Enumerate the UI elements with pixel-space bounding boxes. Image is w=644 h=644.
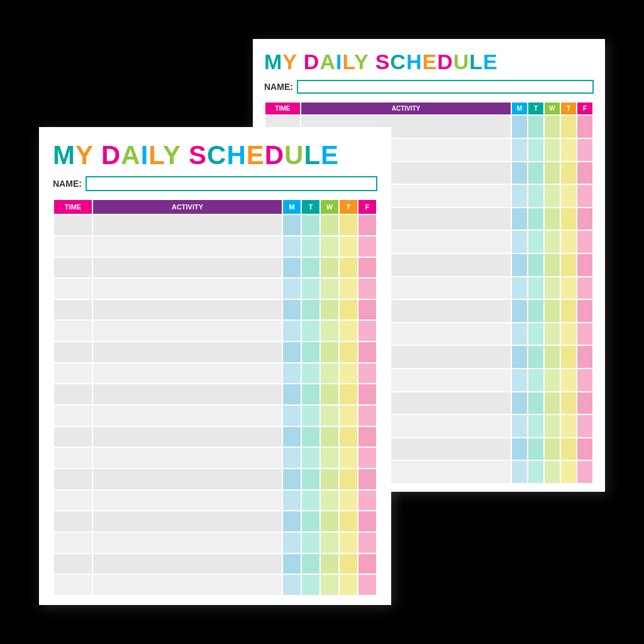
cell-w[interactable] [321,491,338,511]
cell-m[interactable] [512,323,527,345]
cell-time[interactable] [54,384,92,404]
cell-w[interactable] [321,384,338,404]
cell-w[interactable] [545,208,560,230]
cell-t2[interactable] [561,185,576,207]
cell-f[interactable] [358,384,376,404]
cell-m[interactable] [512,208,527,230]
cell-w[interactable] [321,554,338,574]
cell-w[interactable] [545,369,560,391]
cell-w[interactable] [321,575,338,595]
cell-t2[interactable] [561,208,576,230]
cell-t2[interactable] [340,279,357,299]
cell-f[interactable] [577,369,592,391]
cell-m[interactable] [283,384,301,404]
cell-t1[interactable] [528,300,543,322]
cell-t1[interactable] [302,554,319,574]
cell-t1[interactable] [302,427,319,447]
cell-f[interactable] [577,231,592,253]
cell-m[interactable] [512,346,527,368]
cell-activity[interactable] [93,364,282,384]
cell-f[interactable] [358,236,376,257]
cell-t2[interactable] [561,116,576,138]
cell-t2[interactable] [340,511,357,531]
cell-activity[interactable] [93,258,282,278]
cell-m[interactable] [512,162,527,184]
cell-t1[interactable] [302,279,319,299]
cell-w[interactable] [545,139,560,161]
cell-t2[interactable] [561,231,576,253]
cell-activity[interactable] [93,321,282,341]
cell-t2[interactable] [340,258,357,278]
cell-t2[interactable] [340,384,357,404]
cell-t2[interactable] [561,323,576,345]
cell-m[interactable] [283,469,301,489]
cell-t1[interactable] [528,162,543,184]
cell-f[interactable] [358,215,376,235]
cell-activity[interactable] [93,236,282,257]
cell-f[interactable] [358,321,376,341]
cell-f[interactable] [577,392,592,414]
cell-m[interactable] [283,258,301,278]
cell-w[interactable] [545,461,560,483]
cell-f[interactable] [577,277,592,299]
cell-t2[interactable] [561,300,576,322]
cell-m[interactable] [283,448,301,468]
cell-t1[interactable] [302,575,319,595]
cell-f[interactable] [358,533,376,553]
cell-f[interactable] [577,254,592,276]
cell-t1[interactable] [302,342,319,362]
cell-t1[interactable] [528,392,543,414]
cell-t1[interactable] [528,208,543,230]
cell-m[interactable] [283,321,301,341]
cell-w[interactable] [321,448,338,468]
cell-t1[interactable] [528,438,543,460]
cell-m[interactable] [283,491,301,511]
cell-time[interactable] [54,575,92,595]
cell-t1[interactable] [302,258,319,278]
cell-time[interactable] [54,491,92,511]
cell-m[interactable] [283,279,301,299]
cell-time[interactable] [54,533,92,553]
cell-t2[interactable] [340,321,357,341]
cell-w[interactable] [321,469,338,489]
cell-t2[interactable] [340,554,357,574]
cell-f[interactable] [577,116,592,138]
cell-activity[interactable] [93,554,282,574]
cell-t2[interactable] [561,461,576,483]
cell-t2[interactable] [340,575,357,595]
cell-time[interactable] [54,342,92,362]
cell-f[interactable] [577,300,592,322]
cell-t2[interactable] [561,346,576,368]
cell-time[interactable] [54,215,92,235]
cell-time[interactable] [54,469,92,489]
cell-t1[interactable] [302,384,319,404]
cell-w[interactable] [545,300,560,322]
cell-f[interactable] [358,427,376,447]
cell-w[interactable] [321,406,338,426]
cell-m[interactable] [283,300,301,320]
cell-t1[interactable] [528,323,543,345]
cell-time[interactable] [54,279,92,299]
cell-t2[interactable] [340,342,357,362]
cell-f[interactable] [577,208,592,230]
cell-t2[interactable] [561,392,576,414]
cell-m[interactable] [283,236,301,257]
cell-m[interactable] [512,116,527,138]
cell-activity[interactable] [93,575,282,595]
cell-t1[interactable] [302,448,319,468]
cell-f[interactable] [358,258,376,278]
cell-t2[interactable] [561,369,576,391]
cell-m[interactable] [512,438,527,460]
cell-f[interactable] [358,406,376,426]
cell-f[interactable] [577,139,592,161]
cell-m[interactable] [283,554,301,574]
cell-w[interactable] [321,300,338,320]
cell-t1[interactable] [528,277,543,299]
cell-t2[interactable] [561,277,576,299]
cell-m[interactable] [283,406,301,426]
cell-m[interactable] [283,215,301,235]
cell-m[interactable] [283,533,301,553]
cell-m[interactable] [512,392,527,414]
cell-t1[interactable] [528,254,543,276]
cell-w[interactable] [321,215,338,235]
